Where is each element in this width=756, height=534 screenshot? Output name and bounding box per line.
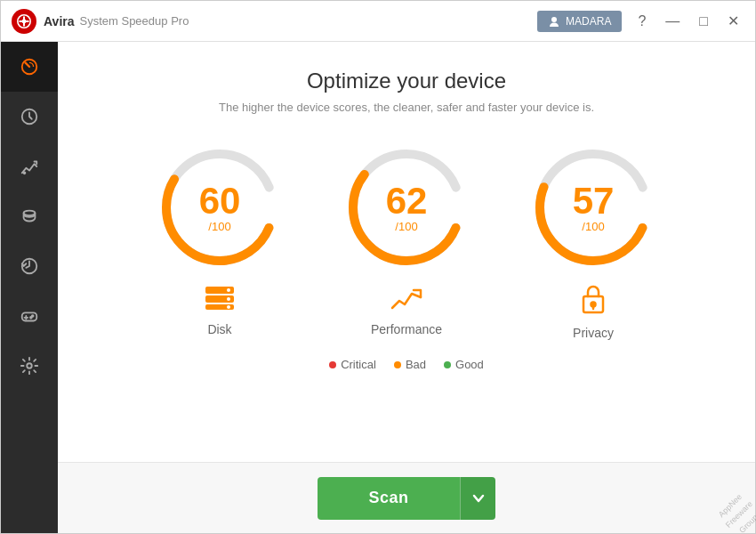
performance-gauge: 62 /100 Performance xyxy=(331,141,482,340)
performance-label: Performance xyxy=(371,322,442,336)
good-dot xyxy=(444,361,451,368)
legend-critical: Critical xyxy=(329,358,376,371)
page-subtitle: The higher the device scores, the cleane… xyxy=(219,101,594,114)
disk-gauge: 60 /100 xyxy=(144,141,295,340)
critical-label: Critical xyxy=(341,358,376,371)
privacy-max: /100 xyxy=(573,220,615,233)
sidebar-item-optimizer[interactable] xyxy=(1,142,58,191)
performance-max: /100 xyxy=(386,220,428,233)
performance-icon xyxy=(390,285,422,315)
svg-point-10 xyxy=(30,317,32,319)
bad-dot xyxy=(394,361,401,368)
maximize-button[interactable]: □ xyxy=(694,12,713,30)
bottom-bar: Scan xyxy=(58,462,755,533)
privacy-gauge-center: 57 /100 xyxy=(573,182,615,233)
bad-label: Bad xyxy=(406,358,426,371)
privacy-icon xyxy=(581,285,606,319)
scan-button[interactable]: Scan xyxy=(318,477,460,520)
app-name: Avira xyxy=(44,14,75,28)
page-title: Optimize your device xyxy=(307,69,506,93)
sidebar-item-clock[interactable] xyxy=(1,92,58,142)
privacy-gauge: 57 /100 xyxy=(518,141,669,340)
svg-point-18 xyxy=(227,297,230,301)
disk-max: /100 xyxy=(199,220,241,233)
help-button[interactable]: ? xyxy=(632,12,651,30)
sidebar-item-settings[interactable] xyxy=(1,341,58,391)
sidebar-item-games[interactable] xyxy=(1,291,58,341)
window-controls: ? — □ ✕ xyxy=(632,12,744,30)
privacy-score: 57 xyxy=(573,182,615,220)
app-logo xyxy=(12,9,36,34)
content-main: Optimize your device The higher the devi… xyxy=(58,42,755,462)
user-button[interactable]: MADARA xyxy=(537,11,622,32)
svg-point-17 xyxy=(227,288,230,292)
disk-icon xyxy=(204,285,236,315)
minimize-button[interactable]: — xyxy=(660,12,685,30)
sidebar-item-dashboard[interactable] xyxy=(1,42,58,92)
privacy-gauge-wrapper: 57 /100 xyxy=(527,141,660,274)
good-label: Good xyxy=(455,358,484,371)
scan-dropdown-button[interactable] xyxy=(460,477,495,520)
legend-good: Good xyxy=(444,358,484,371)
svg-rect-8 xyxy=(22,312,37,320)
disk-gauge-center: 60 /100 xyxy=(199,182,241,233)
performance-gauge-wrapper: 62 /100 xyxy=(340,141,473,274)
svg-point-1 xyxy=(22,19,27,23)
sidebar-item-history[interactable] xyxy=(1,241,58,291)
performance-score: 62 xyxy=(386,182,428,220)
legend: Critical Bad Good xyxy=(329,358,484,371)
titlebar: Avira System Speedup Pro MADARA ? — □ ✕ xyxy=(1,1,755,42)
performance-gauge-center: 62 /100 xyxy=(386,182,428,233)
disk-gauge-wrapper: 60 /100 xyxy=(153,141,286,274)
chevron-down-icon xyxy=(472,494,485,503)
gauges-row: 60 /100 xyxy=(144,141,669,340)
svg-point-6 xyxy=(24,211,36,216)
critical-dot xyxy=(329,361,336,368)
close-button[interactable]: ✕ xyxy=(722,12,744,30)
sidebar-item-cleaner[interactable] xyxy=(1,191,58,241)
sidebar xyxy=(1,42,58,533)
legend-bad: Bad xyxy=(394,358,426,371)
svg-point-5 xyxy=(24,172,26,174)
app-subtitle: System Speedup Pro xyxy=(80,14,538,28)
disk-label: Disk xyxy=(207,322,231,336)
content-area: Optimize your device The higher the devi… xyxy=(58,42,755,533)
user-label: MADARA xyxy=(566,15,611,28)
svg-point-11 xyxy=(27,363,32,368)
svg-point-2 xyxy=(551,17,557,22)
svg-point-19 xyxy=(227,305,230,309)
main-layout: Optimize your device The higher the devi… xyxy=(1,42,755,533)
privacy-label: Privacy xyxy=(573,326,614,340)
disk-score: 60 xyxy=(199,182,241,220)
